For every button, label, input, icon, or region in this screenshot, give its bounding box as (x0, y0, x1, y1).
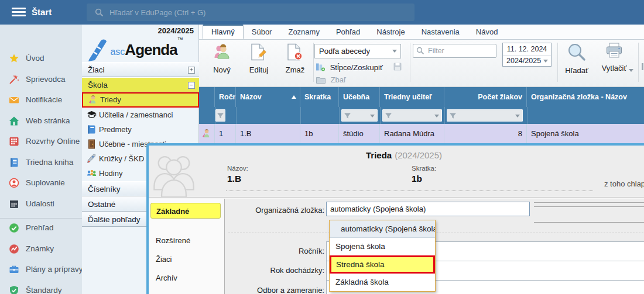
option-spojena-skola[interactable]: Spojená škola (330, 238, 435, 255)
asc-section-skola[interactable]: Škola − (82, 77, 199, 92)
asc-item-triedy[interactable]: Triedy (82, 92, 199, 108)
column-rocnik[interactable]: Ročník (215, 87, 236, 107)
expand-icon[interactable]: + (188, 67, 195, 74)
search-icon (95, 8, 104, 17)
tab-nastroje[interactable]: Nástroje (368, 25, 413, 39)
filter-pocet-ziakov[interactable] (447, 109, 523, 122)
logo-agenda-text: Agenda (125, 41, 177, 58)
print-button[interactable]: Vytlačiť (596, 43, 632, 72)
table-row[interactable]: 1 1.B 1b štúdio Radana Múdra 8 Spojená š… (199, 124, 644, 143)
cell-triedny-ucitel: Radana Múdra (380, 124, 444, 143)
dialog-tab-zakladne[interactable]: Základné (150, 203, 221, 219)
sidebar-item-sprievodca[interactable]: Sprievodca (0, 74, 82, 88)
nazov-value[interactable]: 1.B (227, 174, 241, 184)
field-line (534, 202, 644, 203)
sidebar-item-uvod[interactable]: Úvod (0, 53, 82, 67)
chevron-down-icon (629, 69, 633, 72)
dialog-tab-archiv[interactable]: Archív (156, 274, 177, 282)
sidebar-item-label: Web stránka (26, 116, 70, 125)
filter-ucebna[interactable] (341, 109, 378, 122)
rocnik-label: Ročník: (227, 247, 324, 255)
dialog-tab-ziaci[interactable]: Žiaci (156, 255, 172, 264)
column-triedny-ucitel[interactable]: Triedny učiteľ (380, 87, 444, 107)
delete-button[interactable]: Zmaž (280, 43, 310, 74)
sidebar-item-suplovanie[interactable]: Suplovanie (0, 177, 82, 191)
chevron-down-icon (370, 115, 375, 117)
collapse-icon[interactable]: − (188, 82, 195, 89)
save-layout-icon[interactable] (393, 63, 402, 73)
sidebar-item-znamky[interactable]: Známky (0, 243, 82, 257)
dialog-title-year: (2024/2025) (395, 150, 442, 160)
tab-navod[interactable]: Návod (468, 25, 506, 39)
tab-nastavenia[interactable]: Nastavenia (413, 25, 468, 39)
table-header: Ročník Názov Skratka Učebňa Triedny učit… (199, 87, 644, 107)
toolbar: Nový Edituj Zmaž Podľa abecedy Stĺpce/Zo… (199, 40, 644, 87)
star-icon (9, 53, 19, 64)
dialog-tab-rozsirene[interactable]: Rozšírené (156, 236, 190, 245)
asc-item-predmety[interactable]: Predmety (82, 122, 199, 137)
date-field[interactable]: 11. 12. 2024 (503, 43, 551, 56)
edit-button[interactable]: Edituj (242, 43, 275, 74)
tab-subor[interactable]: Súbor (244, 25, 280, 39)
asc-item-ucitelia[interactable]: Učitelia / zamestnanci (82, 108, 199, 122)
filter-input-box[interactable] (413, 44, 496, 58)
filter-funnel-button[interactable] (215, 109, 225, 122)
tab-hlavny[interactable]: Hlavný (203, 25, 244, 39)
tab-pohlad[interactable]: Pohľad (328, 25, 368, 39)
sidebar-item-prehlad[interactable]: Prehľad (0, 222, 82, 236)
column-row-icon (199, 87, 215, 107)
sidebar-divider (0, 218, 82, 219)
date-year-picker: 11. 12. 2024 2024/2025 (502, 43, 551, 67)
sidebar-item-udalosti[interactable]: Udalosti (0, 198, 82, 212)
tab-zoznamy[interactable]: Zoznamy (280, 25, 327, 39)
sidebar-item-rozvrhy-online[interactable]: Rozvrhy Online (0, 136, 82, 150)
year-select-value: 2024/2025 (506, 57, 541, 65)
sidebar-item-notifikacie[interactable]: Notifikácie (0, 94, 82, 108)
cell-org-zlozka: Spojená škola (527, 124, 644, 143)
year-select[interactable]: 2024/2025 (503, 56, 551, 67)
column-ucebna[interactable]: Učebňa (339, 87, 380, 107)
new-button[interactable]: Nový (206, 43, 238, 74)
notebook-icon (9, 157, 19, 168)
asc-section-ziaci[interactable]: Žiaci + (82, 62, 199, 77)
delete-document-icon (287, 53, 303, 63)
column-skratka[interactable]: Skratka (300, 87, 339, 107)
sidebar-item-triedna-kniha[interactable]: Triedna kniha (0, 157, 82, 171)
asc-item-label: Krúžky / ŠKD (99, 154, 144, 163)
topbar: Štart (0, 0, 644, 25)
sidebar: Úvod Sprievodca Notifikácie Web stránka … (0, 25, 82, 294)
start-button[interactable]: Štart (32, 0, 52, 25)
collapse-button[interactable]: Zbaľ (316, 75, 346, 84)
grades-chart-icon (9, 244, 19, 254)
column-pocet-ziakov[interactable]: Počet žiakov (444, 87, 527, 107)
asc-item-label: Triedy (100, 95, 121, 104)
filter-input[interactable] (427, 46, 496, 56)
option-automaticky[interactable]: automaticky (Spojená škola) (330, 220, 435, 238)
field-line (534, 222, 644, 223)
house-icon (9, 116, 19, 126)
chevron-down-icon (434, 115, 439, 117)
sidebar-item-plany-a-pripravy[interactable]: Plány a prípravy (0, 264, 82, 278)
option-zakladna-skola[interactable]: Základná škola (330, 274, 435, 291)
form-dashed-separator (228, 233, 644, 233)
book-icon (87, 124, 97, 134)
sidebar-item-standardy[interactable]: Štandardy (0, 285, 82, 294)
columns-group-button[interactable]: Stĺpce/Zoskupiť (316, 63, 383, 72)
sidebar-item-web-stranka[interactable]: Web stránka (0, 115, 82, 129)
skratka-value[interactable]: 1b (412, 174, 422, 184)
global-search[interactable] (87, 4, 415, 21)
column-nazov[interactable]: Názov (236, 87, 300, 107)
org-zlozka-select[interactable]: automaticky (Spojená škola) (326, 202, 530, 216)
collapse-label: Zbaľ (331, 75, 346, 84)
option-stredna-skola[interactable]: Stredná škola (330, 255, 435, 274)
sort-select-value: Podľa abecedy (319, 47, 370, 56)
delete-button-label: Zmaž (280, 65, 310, 74)
sort-select[interactable]: Podľa abecedy (314, 44, 401, 58)
global-search-input[interactable] (108, 8, 415, 18)
calendar-icon (9, 199, 19, 209)
search-button[interactable]: Hľadať (561, 43, 592, 75)
filter-triedny-ucitel[interactable] (382, 109, 442, 122)
column-org-zlozka[interactable]: Organizačná zložka - Názov (527, 87, 644, 107)
menu-icon[interactable] (12, 8, 26, 17)
new-button-label: Nový (206, 65, 238, 74)
